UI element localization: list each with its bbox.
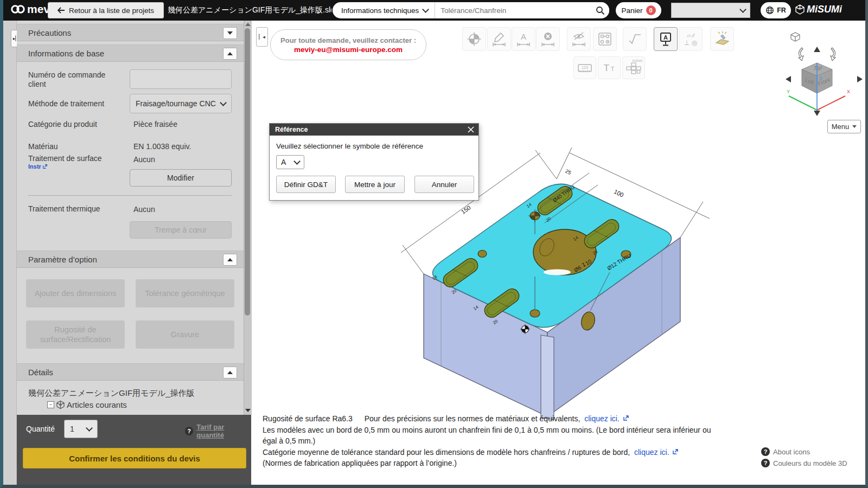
cart-label: Panier: [621, 7, 642, 15]
geometric-tolerance-tool-button[interactable]: ▱ ∕∕⊥ ◎: [679, 27, 703, 51]
rotate-left-arrow-icon[interactable]: [786, 76, 791, 82]
sidebar-footer: Quantité 1 ? Tarif par quantité Confirme…: [17, 415, 251, 485]
model-colors-link[interactable]: ? Couleurs du modèle 3D: [761, 459, 847, 467]
quantity-select[interactable]: 1: [64, 420, 98, 438]
reference-dialog: Référence Veuillez sélectionner le symbo…: [269, 123, 479, 201]
surface-roughness-button: Rugosité de surface/Rectification: [26, 320, 125, 349]
rotate-right-arrow-icon[interactable]: [857, 76, 863, 82]
note-line-1: Rugosité de surface Ra6.3 Pour des préci…: [263, 413, 713, 425]
update-button[interactable]: Mettre à jour: [345, 176, 405, 193]
sidebar-scrollbar-thumb[interactable]: [245, 28, 250, 316]
back-button-label: Retour à la liste de projets: [69, 7, 154, 15]
collapse-button[interactable]: [223, 27, 237, 39]
note-line-4: (Normes de fabrication appliquées par ra…: [263, 458, 713, 469]
section-option-params[interactable]: Paramètre d’option: [17, 251, 244, 268]
section-precautions[interactable]: Précautions: [17, 24, 244, 41]
cancel-button[interactable]: Annuler: [414, 176, 474, 193]
text-dimension-tool-button[interactable]: A: [512, 27, 535, 51]
materials-link[interactable]: cliquez ici.: [584, 414, 620, 423]
divider: [28, 195, 232, 196]
cart-button[interactable]: Panier 0: [616, 2, 661, 18]
section-precautions-title: Précautions: [28, 28, 71, 37]
datum-symbol-icon: A: [658, 31, 674, 47]
note-line-3: Catégorie moyenne de tolérance standard …: [263, 447, 713, 458]
tree-collapse-box-icon[interactable]: −: [47, 401, 54, 408]
cube-outline-icon[interactable]: [791, 33, 800, 41]
tilt-down-arrow-icon[interactable]: [814, 111, 820, 116]
method-select[interactable]: Fraisage/tournage CNC: [130, 94, 232, 113]
view-cube-widget[interactable]: Top Left Front Y X Z: [783, 31, 865, 118]
datum-symbol-select[interactable]: A: [276, 155, 304, 169]
product-category-value: Pièce fraisée: [133, 120, 177, 129]
search-category-dropdown[interactable]: Informations techniques: [333, 2, 435, 18]
tilt-up-arrow-icon[interactable]: [814, 47, 820, 52]
text-size-tool-button[interactable]: TT: [598, 56, 621, 79]
small-hole[interactable]: [530, 310, 540, 317]
collapse-sidebar-button[interactable]: ▏◂: [256, 27, 268, 47]
about-icons-link[interactable]: ? About icons: [761, 447, 810, 456]
hole-pattern-tool-button[interactable]: [593, 27, 617, 51]
section-details[interactable]: Détails: [17, 363, 244, 381]
svg-text:T: T: [604, 63, 609, 73]
instr-link[interactable]: Instr: [28, 163, 48, 170]
reference-dialog-header[interactable]: Référence: [270, 124, 478, 136]
topbar-empty-dropdown[interactable]: [671, 3, 750, 18]
scroll-up-arrow-icon[interactable]: [245, 23, 251, 26]
rotate-cw-arrow-icon[interactable]: [831, 48, 835, 61]
engraving-tool-button[interactable]: [710, 27, 734, 51]
engraving-button: Gravure: [136, 320, 234, 349]
part-corner-chamfer-face[interactable]: [541, 335, 554, 420]
search-icon: [596, 6, 605, 15]
collapse-button[interactable]: [223, 254, 237, 266]
modify-button[interactable]: Modifier: [130, 169, 232, 187]
tree-root-item[interactable]: 幾何公差アニメーションGIF用モデル_操作版: [28, 388, 240, 399]
hide-dimension-icon: [571, 31, 587, 47]
tree-child-item[interactable]: − Articles courants: [47, 400, 127, 409]
hide-dimension-tool-button[interactable]: [567, 27, 591, 51]
datum-target-tool-button[interactable]: [462, 27, 486, 51]
search-button[interactable]: [591, 2, 609, 18]
part-cube-icon: [56, 400, 65, 409]
back-to-projects-button[interactable]: Retour à la liste de projets: [48, 2, 164, 18]
datum-symbol-tool-button[interactable]: A: [654, 27, 678, 51]
edit-dimension-tool-button[interactable]: [487, 27, 511, 51]
contact-email[interactable]: meviy-eu@misumi-europe.com: [294, 46, 403, 54]
six-views-tool-button[interactable]: 6VIEWS: [622, 56, 645, 79]
chevron-down-icon: [293, 158, 301, 165]
ext-line: [680, 202, 703, 237]
misumi-logo[interactable]: MiSUMi: [795, 4, 842, 15]
section-basic-info[interactable]: Informations de base: [17, 44, 244, 62]
search-input[interactable]: [435, 7, 591, 15]
section-details-title: Détails: [28, 368, 53, 377]
order-number-input[interactable]: [130, 69, 232, 89]
collapse-button[interactable]: [223, 48, 237, 60]
instr-link-label: Instr: [28, 163, 41, 170]
collapse-button[interactable]: [223, 367, 237, 378]
delete-dimension-tool-button[interactable]: [536, 27, 560, 51]
model-colors-label: Couleurs du modèle 3D: [773, 459, 847, 467]
confirm-quote-button[interactable]: Confirmer les conditions du devis: [23, 448, 246, 468]
tolerance-link[interactable]: cliquez ici.: [634, 448, 669, 457]
tariff-by-quantity-link[interactable]: ? Tarif par quantité: [185, 423, 251, 439]
search-category-value: Informations techniques: [341, 7, 419, 15]
small-hole[interactable]: [478, 251, 487, 258]
misumi-logo-text: MiSUMi: [807, 4, 842, 15]
ruler-dimensions-tool-button[interactable]: 123: [573, 56, 596, 79]
quantity-label: Quantité: [26, 425, 55, 433]
define-gdt-button[interactable]: Définir GD&T: [276, 176, 336, 193]
close-icon[interactable]: [468, 126, 474, 133]
surface-treatment-value: Aucun: [133, 155, 155, 164]
external-link-icon: [623, 415, 629, 421]
through-hardening-button: Trempe à cœur: [130, 221, 232, 239]
note-materials: Pour des précisions sur les normes de ma…: [365, 414, 580, 423]
language-selector[interactable]: FR: [761, 2, 791, 18]
cart-count-badge: 0: [646, 5, 656, 15]
engraving-icon: [713, 31, 731, 47]
product-category-label: Catégorie du produit: [28, 120, 97, 129]
surface-roughness-tool-button[interactable]: [623, 27, 647, 51]
viewer-menu-button[interactable]: Menu: [827, 120, 861, 133]
svg-text:▱ ∕∕: ▱ ∕∕: [687, 33, 695, 38]
scroll-down-arrow-icon[interactable]: [245, 409, 251, 412]
rotate-ccw-arrow-icon[interactable]: [799, 48, 803, 61]
geometric-tolerance-icon: ▱ ∕∕⊥ ◎: [682, 31, 699, 47]
